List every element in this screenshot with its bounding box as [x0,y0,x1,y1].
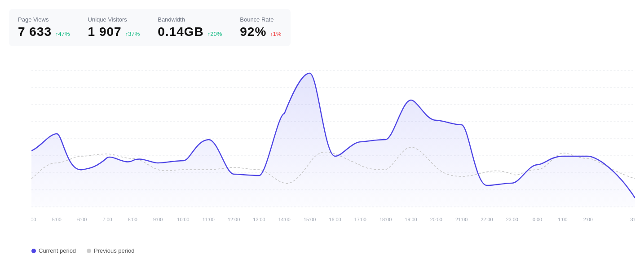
metric-change: ↑20% [207,31,222,37]
svg-text:7:00: 7:00 [102,217,112,222]
svg-text:15:00: 15:00 [304,217,316,222]
metric-change: ↑47% [55,31,70,37]
svg-text:1:00: 1:00 [558,217,567,222]
legend-dot-current [31,249,36,253]
svg-text:6:00: 6:00 [77,217,87,222]
metric-value: 1 907 [88,25,122,39]
legend-previous-label: Previous period [94,247,134,254]
metric-item: Unique Visitors 1 907 ↑37% [88,16,140,39]
metric-label: Bounce Rate [240,16,281,23]
metric-value: 7 633 [18,25,52,39]
chart-svg: 0 100 200 300 400 500 600 700 800 900 4:… [31,55,635,226]
svg-text:8:00: 8:00 [128,217,137,222]
metric-item: Bandwidth 0.14GB ↑20% [158,16,222,39]
svg-text:3:00: 3:00 [630,217,635,222]
svg-text:2:00: 2:00 [583,217,593,222]
metric-item: Bounce Rate 92% ↑1% [240,16,281,39]
metrics-row: Page Views 7 633 ↑47% Unique Visitors 1 … [9,9,291,46]
metric-value: 0.14GB [158,25,204,39]
metric-value-row: 0.14GB ↑20% [158,25,222,39]
metric-value: 92% [240,25,266,39]
metric-value-row: 7 633 ↑47% [18,25,70,39]
svg-text:5:00: 5:00 [52,217,62,222]
svg-text:10:00: 10:00 [177,217,189,222]
svg-text:17:00: 17:00 [354,217,366,222]
metric-value-row: 1 907 ↑37% [88,25,140,39]
metric-change: ↑1% [270,31,281,37]
svg-text:11:00: 11:00 [203,217,215,222]
svg-text:9:00: 9:00 [153,217,163,222]
svg-text:16:00: 16:00 [329,217,341,222]
svg-text:21:00: 21:00 [455,217,468,222]
svg-text:18:00: 18:00 [379,217,392,222]
chart-container: 0 100 200 300 400 500 600 700 800 900 4:… [9,55,635,244]
dashboard: Page Views 7 633 ↑47% Unique Visitors 1 … [0,0,644,259]
svg-text:12:00: 12:00 [228,217,240,222]
chart-legend: Current period Previous period [9,247,635,254]
svg-text:23:00: 23:00 [506,217,518,222]
svg-text:19:00: 19:00 [405,217,417,222]
metric-change: ↑37% [125,31,140,37]
svg-text:13:00: 13:00 [253,217,265,222]
metric-label: Bandwidth [158,16,222,23]
svg-text:20:00: 20:00 [430,217,442,222]
chart-area: 0 100 200 300 400 500 600 700 800 900 4:… [31,55,635,226]
metric-value-row: 92% ↑1% [240,25,281,39]
svg-text:22:00: 22:00 [481,217,493,222]
legend-dot-previous [87,249,91,253]
svg-text:4:00: 4:00 [31,217,36,222]
metric-label: Unique Visitors [88,16,140,23]
legend-current-label: Current period [39,247,76,254]
svg-text:0:00: 0:00 [533,217,542,222]
metric-label: Page Views [18,16,70,23]
legend-current: Current period [31,247,76,254]
svg-text:14:00: 14:00 [278,217,291,222]
metric-item: Page Views 7 633 ↑47% [18,16,70,39]
legend-previous: Previous period [87,247,134,254]
